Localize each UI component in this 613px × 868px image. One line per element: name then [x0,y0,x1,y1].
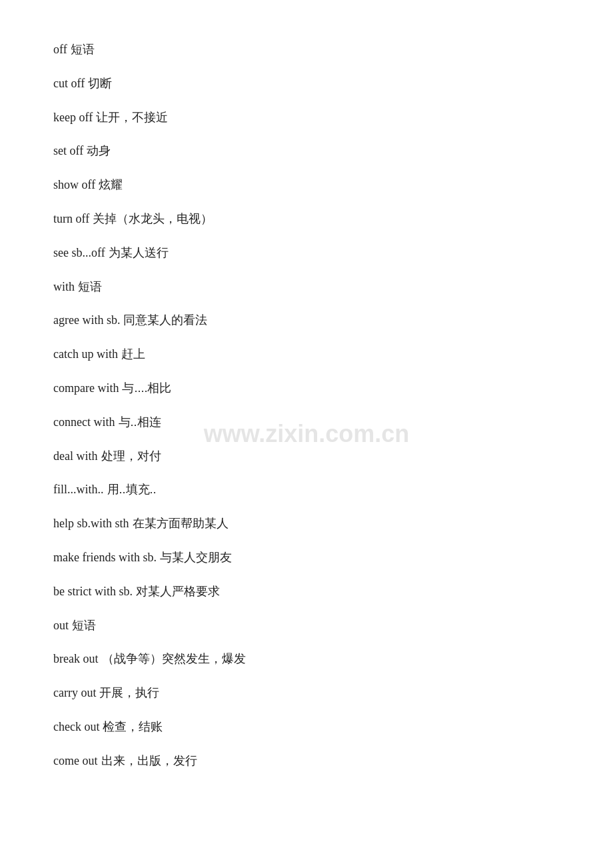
meaning-text: 与....相比 [122,381,171,395]
phrase-text: see sb...off [53,246,105,259]
meaning-text: （战争等）突然发生，爆发 [102,652,246,665]
phrase-text: make friends with sb. [53,551,157,564]
phrase-text: catch up with [53,347,118,361]
list-item: deal with 处理，对付 [53,447,560,466]
meaning-text: 对某人严格要求 [136,585,220,598]
phrase-text: compare with [53,381,119,395]
list-item: make friends with sb. 与某人交朋友 [53,548,560,567]
list-item: turn off 关掉（水龙头，电视） [53,209,560,229]
meaning-text: 动身 [87,144,111,157]
list-item: out 短语 [53,616,560,635]
meaning-text: 关掉（水龙头，电视） [93,212,213,225]
meaning-text: 同意某人的看法 [123,313,207,327]
phrase-text: break out [53,652,98,665]
list-item: come out 出来，出版，发行 [53,751,560,771]
phrase-text: show off [53,178,95,191]
meaning-text: 炫耀 [99,178,123,191]
list-item: off 短语 [53,40,560,59]
meaning-text: 切断 [88,77,112,90]
meaning-text: 开展，执行 [99,686,159,699]
phrase-text: turn off [53,212,89,225]
phrase-text: help sb.with sth [53,517,129,530]
list-item: be strict with sb. 对某人严格要求 [53,582,560,601]
meaning-text: 处理，对付 [101,449,161,463]
phrase-text: deal with [53,449,97,463]
list-item: connect with 与..相连 [53,413,560,432]
phrase-text: come out [53,754,97,767]
phrase-text: out [53,619,69,632]
meaning-text: 让开，不接近 [96,111,168,124]
list-item: help sb.with sth 在某方面帮助某人 [53,514,560,533]
list-item: agree with sb. 同意某人的看法 [53,311,560,330]
list-item: compare with 与....相比 [53,379,560,398]
meaning-text: 短语 [72,619,96,632]
meaning-text: 检查，结账 [103,720,163,733]
meaning-text: 与某人交朋友 [160,551,232,564]
phrase-text: carry out [53,686,96,699]
phrase-text: keep off [53,111,93,124]
phrase-text: with [53,280,75,293]
phrase-text: connect with [53,415,115,429]
list-item: fill...with.. 用..填充.. [53,480,560,499]
phrase-text: check out [53,720,99,733]
phrase-text: set off [53,144,83,157]
meaning-text: 短语 [71,43,95,56]
phrase-text: be strict with sb. [53,585,133,598]
meaning-text: 与..相连 [119,415,161,429]
meaning-text: 在某方面帮助某人 [133,517,229,530]
phrase-text: off [53,43,67,56]
list-item: set off 动身 [53,141,560,161]
phrase-text: cut off [53,77,85,90]
list-item: keep off 让开，不接近 [53,108,560,127]
meaning-text: 出来，出版，发行 [101,754,197,767]
list-item: see sb...off 为某人送行 [53,243,560,263]
meaning-text: 用..填充.. [107,483,157,496]
list-item: cut off 切断 [53,74,560,93]
list-item: catch up with 赶上 [53,345,560,364]
list-item: check out 检查，结账 [53,717,560,737]
list-item: with 短语 [53,277,560,297]
meaning-text: 短语 [78,280,102,293]
phrase-text: agree with sb. [53,313,120,327]
meaning-text: 赶上 [121,347,145,361]
phrase-text: fill...with.. [53,483,104,496]
list-item: show off 炫耀 [53,175,560,195]
list-item: carry out 开展，执行 [53,683,560,703]
list-item: break out （战争等）突然发生，爆发 [53,649,560,669]
meaning-text: 为某人送行 [109,246,169,259]
